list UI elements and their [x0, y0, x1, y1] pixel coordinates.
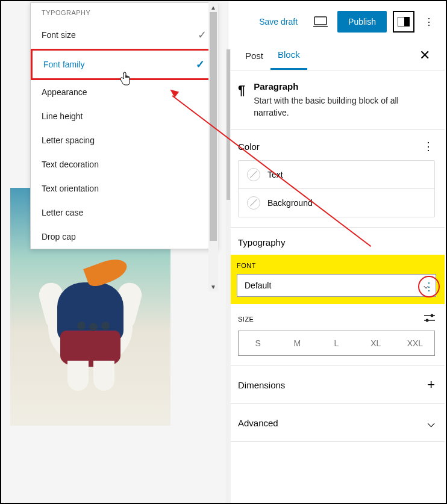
section-title: Advanced	[238, 418, 278, 428]
preview-device-icon[interactable]	[310, 11, 331, 33]
advanced-section[interactable]: Advanced ⌵	[228, 404, 445, 442]
font-family-select[interactable]: Default ⌵	[237, 274, 436, 297]
typography-options-dropdown: TYPOGRAPHY Font size ✓ Font family ✓ App…	[30, 2, 218, 249]
dropdown-item-text-orientation[interactable]: Text orientation	[31, 176, 217, 201]
settings-sidebar: Save draft Publish ⋮ Post Block ✕ ¶ Para…	[228, 2, 445, 503]
font-value: Default	[245, 281, 271, 290]
dropdown-item-label: Text orientation	[42, 184, 99, 193]
typography-section: Typography FONT Default ⌵ SIZE S M L XL	[228, 228, 445, 366]
dropdown-item-line-height[interactable]: Line height	[31, 104, 217, 128]
chevron-down-icon: ⌵	[427, 415, 435, 431]
dropdown-item-text-decoration[interactable]: Text decoration	[31, 152, 217, 176]
svg-rect-3	[404, 17, 410, 26]
font-highlight-area: FONT Default ⌵	[228, 255, 445, 304]
size-btn-s[interactable]: S	[239, 331, 277, 355]
paragraph-icon: ¶	[238, 81, 245, 119]
size-btn-xl[interactable]: XL	[356, 331, 395, 355]
section-title: Dimensions	[238, 380, 285, 390]
dropdown-scrollbar[interactable]: ▲ ▼	[208, 2, 218, 291]
dropdown-item-label: Appearance	[42, 87, 87, 97]
dropdown-item-drop-cap[interactable]: Drop cap	[31, 225, 217, 249]
scrollbar-thumb[interactable]	[210, 12, 217, 241]
dropdown-item-font-family[interactable]: Font family ✓	[31, 49, 217, 80]
sidebar-toggle-icon[interactable]	[393, 11, 414, 33]
color-section: Color ⋮ Text Background	[228, 130, 445, 228]
size-btn-xxl[interactable]: XXL	[395, 331, 434, 355]
save-draft-link[interactable]: Save draft	[253, 12, 304, 31]
block-description: Start with the basic building block of a…	[254, 95, 435, 119]
tab-block[interactable]: Block	[270, 41, 307, 70]
block-info-panel: ¶ Paragraph Start with the basic buildin…	[228, 70, 445, 130]
close-sidebar-button[interactable]: ✕	[414, 45, 435, 66]
dropdown-item-appearance[interactable]: Appearance	[31, 80, 217, 104]
dropdown-header: TYPOGRAPHY	[31, 3, 217, 21]
dropdown-item-label: Drop cap	[42, 232, 76, 241]
scrollbar-thumb[interactable]	[227, 49, 230, 200]
color-label: Text	[267, 170, 283, 179]
size-btn-l[interactable]: L	[316, 331, 355, 355]
dropdown-item-label: Font size	[42, 30, 76, 40]
scroll-up-icon[interactable]: ▲	[208, 2, 218, 12]
dropdown-item-label: Line height	[42, 111, 83, 121]
sidebar-scrollbar[interactable]	[226, 49, 231, 503]
dropdown-item-letter-spacing[interactable]: Letter spacing	[31, 128, 217, 152]
block-title: Paragraph	[254, 81, 435, 92]
color-swatch-empty-icon	[247, 196, 260, 210]
font-label: FONT	[237, 262, 436, 269]
dimensions-section[interactable]: Dimensions +	[228, 366, 445, 404]
color-background-row[interactable]: Background	[239, 188, 434, 217]
check-icon: ✓	[198, 28, 207, 42]
color-text-row[interactable]: Text	[239, 161, 434, 188]
size-preset-group: S M L XL XXL	[238, 331, 435, 356]
dropdown-item-font-size[interactable]: Font size ✓	[31, 21, 217, 49]
dropdown-item-label: Letter case	[42, 208, 83, 217]
section-title: Typography	[238, 237, 285, 247]
typography-options-icon[interactable]: ⋮	[424, 280, 434, 293]
more-options-icon[interactable]: ⋮	[420, 11, 437, 33]
color-options-icon[interactable]: ⋮	[420, 140, 435, 153]
color-swatch-empty-icon	[247, 168, 260, 181]
size-label: SIZE	[238, 316, 254, 323]
size-custom-icon[interactable]	[424, 314, 435, 325]
dropdown-item-label: Letter spacing	[42, 135, 95, 145]
dropdown-item-label: Font family	[43, 60, 84, 69]
publish-button[interactable]: Publish	[337, 11, 387, 33]
plus-icon: +	[427, 377, 435, 393]
section-title: Color	[238, 142, 260, 152]
svg-point-5	[431, 314, 434, 317]
top-toolbar: Save draft Publish ⋮	[228, 2, 445, 41]
svg-point-7	[426, 319, 429, 322]
dropdown-item-label: Text decoration	[42, 160, 99, 169]
check-icon: ✓	[196, 58, 205, 71]
svg-rect-0	[314, 17, 327, 25]
scroll-down-icon[interactable]: ▼	[208, 282, 218, 291]
annotation-circle: ⋮	[418, 276, 440, 297]
size-btn-m[interactable]: M	[277, 331, 316, 355]
sidebar-tabs: Post Block ✕	[228, 41, 445, 70]
tab-post[interactable]: Post	[238, 42, 270, 69]
color-label: Background	[267, 198, 313, 208]
dropdown-item-letter-case[interactable]: Letter case	[31, 201, 217, 225]
